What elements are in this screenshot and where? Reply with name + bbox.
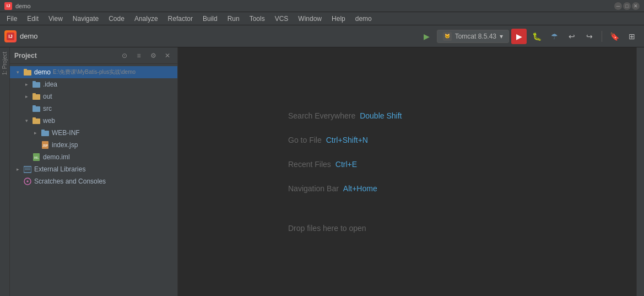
menu-analyze[interactable]: Analyze — [130, 14, 163, 24]
run-button[interactable]: ▶ — [511, 29, 527, 44]
menu-help[interactable]: Help — [327, 14, 350, 24]
app-title: demo — [15, 3, 31, 9]
folder-icon — [32, 80, 41, 89]
hint-recent-shortcut: Ctrl+E — [335, 160, 357, 169]
undo-button[interactable]: ↩ — [564, 29, 580, 44]
title-bar: IJ demo ─ □ ✕ — [0, 0, 644, 12]
left-gutter: 1: Project — [0, 47, 10, 296]
arrow-right-icon: ▸ — [14, 166, 21, 173]
menu-view[interactable]: View — [44, 14, 67, 24]
hint-search-label: Search Everywhere — [288, 111, 355, 120]
svg-rect-9 — [33, 105, 36, 107]
app-logo-icon: IJ — [4, 2, 12, 10]
scratches-icon — [23, 177, 32, 186]
toolbar-brand: IJ demo — [4, 30, 38, 42]
svg-text:IJ: IJ — [8, 34, 13, 39]
menu-refactor[interactable]: Refactor — [164, 14, 197, 24]
hint-file-label: Go to File — [288, 136, 322, 144]
tree-item-web[interactable]: ▾ web — [10, 115, 177, 127]
tree-item-out[interactable]: ▸ out — [10, 90, 177, 103]
layout-button[interactable]: ⊞ — [624, 29, 640, 44]
sidebar-settings-icon[interactable]: ⚙ — [148, 50, 159, 61]
svg-rect-12 — [41, 131, 49, 136]
arrow-down-icon: ▾ — [23, 117, 30, 124]
sidebar-scope-icon[interactable]: ⊙ — [119, 50, 130, 61]
tree-item-demo-path: E:\免费课\MyBatis-plus实战\demo — [53, 68, 136, 76]
svg-rect-7 — [33, 93, 36, 95]
svg-rect-4 — [33, 82, 40, 88]
redo-button[interactable]: ↪ — [582, 29, 597, 44]
svg-rect-8 — [33, 106, 40, 112]
maximize-button[interactable]: □ — [623, 2, 631, 10]
arrow-right-icon: ▸ — [23, 93, 30, 100]
tomcat-label: Tomcat 8.5.43 — [455, 33, 496, 40]
tomcat-selector[interactable]: 🐱 Tomcat 8.5.43 ▾ — [437, 30, 509, 43]
arrow-down-icon: ▾ — [14, 69, 21, 76]
folder-webinf-icon — [41, 128, 50, 137]
menu-run[interactable]: Run — [223, 14, 244, 24]
main-area: 1: Project Project ⊙ ≡ ⚙ ✕ ▾ demo — [0, 47, 644, 296]
menu-demo[interactable]: demo — [351, 14, 376, 24]
tree-item-external[interactable]: ▸ External Libraries — [10, 163, 177, 175]
tree-item-webinf[interactable]: ▸ WEB-INF — [10, 127, 177, 139]
title-bar-left: IJ demo — [4, 2, 31, 10]
tree-item-indexjsp[interactable]: ▸ JSP index.jsp — [10, 139, 177, 151]
menu-edit[interactable]: Edit — [23, 14, 43, 24]
sidebar-close-icon[interactable]: ✕ — [162, 50, 173, 61]
folder-src-icon — [32, 104, 41, 113]
toolbar-separator — [602, 31, 602, 42]
indicator-button[interactable]: ▶ — [419, 29, 435, 44]
hint-recent: Recent Files Ctrl+E — [288, 160, 636, 169]
hint-file: Go to File Ctrl+Shift+N — [288, 136, 636, 144]
arrow-right-icon: ▸ — [23, 81, 30, 88]
hint-file-shortcut: Ctrl+Shift+N — [326, 136, 368, 144]
tree-item-indexjsp-label: index.jsp — [52, 141, 78, 149]
arrow-right-icon: ▸ — [32, 130, 39, 136]
menu-tools[interactable]: Tools — [245, 14, 269, 24]
menu-build[interactable]: Build — [198, 14, 222, 24]
tree-item-out-label: out — [43, 93, 52, 100]
title-bar-controls: ─ □ ✕ — [614, 2, 640, 10]
project-gutter-tab[interactable]: 1: Project — [1, 47, 9, 79]
svg-rect-2 — [24, 70, 31, 76]
svg-rect-13 — [41, 130, 45, 131]
tree-item-demo[interactable]: ▾ demo E:\免费课\MyBatis-plus实战\demo — [10, 66, 177, 78]
tree-item-demoiml-label: demo.iml — [43, 153, 70, 161]
svg-rect-6 — [33, 94, 40, 100]
tree-item-demo-label: demo — [34, 68, 51, 76]
menu-window[interactable]: Window — [294, 14, 326, 24]
svg-rect-10 — [33, 119, 40, 124]
sidebar-layout-icon[interactable]: ≡ — [133, 50, 144, 61]
right-gutter — [636, 47, 644, 296]
brand-name: demo — [20, 32, 38, 40]
tree-item-webinf-label: WEB-INF — [52, 129, 80, 137]
tree-item-src[interactable]: ▸ src — [10, 103, 177, 115]
editor-area: Search Everywhere Double Shift Go to Fil… — [178, 47, 636, 296]
bookmark-button[interactable]: 🔖 — [607, 29, 622, 44]
file-jsp-icon: JSP — [41, 141, 50, 149]
close-button[interactable]: ✕ — [632, 2, 640, 10]
menu-navigate[interactable]: Navigate — [68, 14, 103, 24]
tree-item-web-label: web — [43, 117, 55, 125]
coverage-button[interactable]: ☂ — [546, 29, 562, 44]
hint-search: Search Everywhere Double Shift — [288, 111, 636, 120]
sidebar-title: Project — [14, 52, 116, 60]
tree-item-scratches[interactable]: ▸ Scratches and Consoles — [10, 175, 177, 187]
sidebar-header: Project ⊙ ≡ ⚙ ✕ — [10, 47, 177, 64]
tree-item-external-label: External Libraries — [34, 165, 85, 173]
tree-item-demoiml[interactable]: ▸ IML demo.iml — [10, 151, 177, 163]
editor-hint-area: Search Everywhere Double Shift Go to Fil… — [178, 47, 636, 296]
tree-item-idea[interactable]: ▸ .idea — [10, 78, 177, 90]
menu-bar: File Edit View Navigate Code Analyze Ref… — [0, 12, 644, 25]
debug-button[interactable]: 🐛 — [529, 29, 544, 44]
menu-file[interactable]: File — [2, 14, 21, 24]
menu-vcs[interactable]: VCS — [270, 14, 293, 24]
minimize-button[interactable]: ─ — [614, 2, 622, 10]
folder-web-icon — [32, 116, 41, 125]
menu-code[interactable]: Code — [104, 14, 129, 24]
brand-logo-icon: IJ — [4, 30, 17, 42]
file-iml-icon: IML — [32, 153, 41, 162]
hint-nav: Navigation Bar Alt+Home — [288, 184, 636, 193]
svg-rect-5 — [33, 81, 36, 83]
folder-out-icon — [32, 92, 41, 101]
